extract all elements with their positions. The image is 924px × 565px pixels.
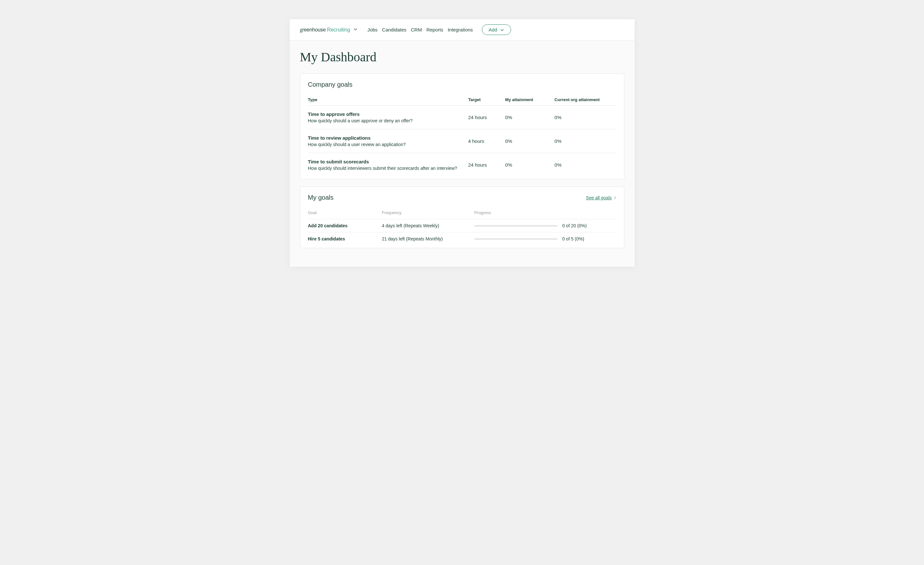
goal-org-attainment: 0% [554,129,616,153]
goal-my-attainment: 0% [506,106,555,129]
chevron-right-icon [614,196,616,200]
logo-secondary: Recruiting [327,27,350,33]
logo-primary: greenhouse [300,27,326,33]
company-goals-title: Company goals [308,81,352,88]
see-all-label: See all goals [586,195,612,200]
goal-title: Time to submit scorecards [308,159,468,164]
goal-my-attainment: 0% [506,129,555,153]
my-goal-name: Add 20 candidates [308,219,382,233]
goal-org-attainment: 0% [554,153,616,177]
goal-org-attainment: 0% [554,106,616,129]
company-goals-header: Company goals [308,81,616,88]
see-all-goals-link[interactable]: See all goals [586,195,616,200]
progress-bar [474,225,558,227]
goal-title: Time to approve offers [308,111,468,117]
app-container: greenhouse Recruiting Jobs Candidates CR… [290,19,634,267]
nav-links: Jobs Candidates CRM Reports Integrations [368,27,473,32]
company-goals-table: Type Target My attainment Current org at… [308,97,616,177]
my-goals-title: My goals [308,194,334,201]
goal-target: 24 hours [468,106,505,129]
progress-wrap: 0 of 5 (0%) [474,236,616,241]
nav-crm[interactable]: CRM [411,27,422,32]
th-progress: Progress [474,210,616,219]
th-target: Target [468,97,505,106]
th-org-attainment: Current org attainment [554,97,616,106]
progress-text: 0 of 5 (0%) [562,236,584,241]
table-row: Hire 5 candidates 21 days left (Repeats … [308,233,616,246]
goal-desc: How quickly should a user review an appl… [308,142,468,147]
my-goals-card: My goals See all goals Goal Frequency Pr… [300,186,624,248]
my-goals-header: My goals See all goals [308,194,616,201]
page-title: My Dashboard [300,50,624,65]
my-goal-frequency: 21 days left (Repeats Monthly) [382,233,474,246]
progress-text: 0 of 20 (0%) [562,223,586,228]
logo[interactable]: greenhouse Recruiting [300,27,358,33]
my-goals-table: Goal Frequency Progress Add 20 candidate… [308,210,616,245]
nav-integrations[interactable]: Integrations [448,27,472,32]
nav-candidates[interactable]: Candidates [382,27,406,32]
th-goal: Goal [308,210,382,219]
goal-target: 4 hours [468,129,505,153]
my-goal-name: Hire 5 candidates [308,233,382,246]
nav-reports[interactable]: Reports [426,27,443,32]
table-row: Time to approve offers How quickly shoul… [308,106,616,129]
top-nav: greenhouse Recruiting Jobs Candidates CR… [290,19,634,41]
progress-wrap: 0 of 20 (0%) [474,223,616,228]
th-type: Type [308,97,468,106]
company-goals-card: Company goals Type Target My attainment … [300,74,624,179]
th-frequency: Frequency [382,210,474,219]
chevron-down-icon [353,27,358,32]
add-button-label: Add [489,27,497,32]
goal-title: Time to review applications [308,135,468,141]
my-goal-frequency: 4 days left (Repeats Weekly) [382,219,474,233]
table-row: Time to review applications How quickly … [308,129,616,153]
progress-bar [474,238,558,240]
goal-target: 24 hours [468,153,505,177]
add-button[interactable]: Add [482,24,511,35]
goal-desc: How quickly should a user approve or den… [308,118,468,123]
table-row: Add 20 candidates 4 days left (Repeats W… [308,219,616,233]
chevron-down-icon [500,28,504,32]
page-body: My Dashboard Company goals Type Target M… [290,41,634,267]
goal-desc: How quickly should interviewers submit t… [308,166,468,171]
th-my-attainment: My attainment [506,97,555,106]
nav-jobs[interactable]: Jobs [368,27,378,32]
table-row: Time to submit scorecards How quickly sh… [308,153,616,177]
goal-my-attainment: 0% [506,153,555,177]
